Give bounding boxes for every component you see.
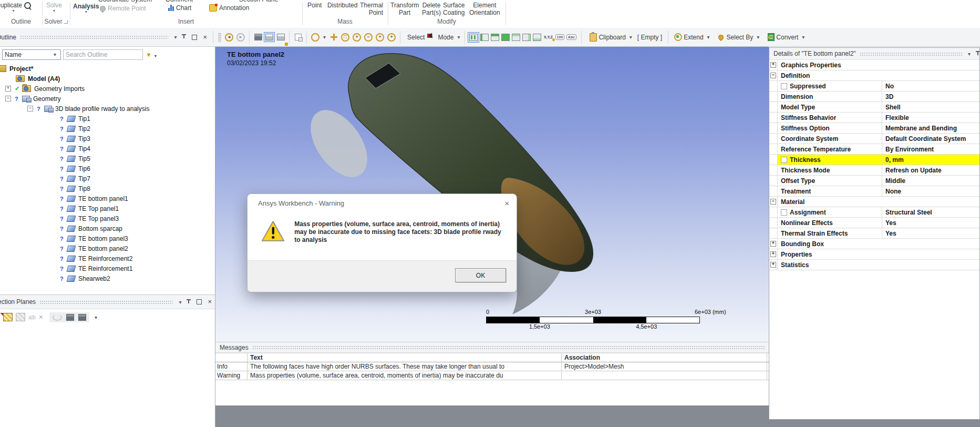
search-outline-input[interactable] <box>63 49 143 60</box>
details-row[interactable]: + Statistics <box>769 260 979 270</box>
tree-item[interactable]: ? Tip5 <box>0 154 215 164</box>
chevron-down-icon[interactable]: ▾ <box>757 34 759 40</box>
dialog-launcher-icon[interactable] <box>64 20 68 24</box>
close-icon[interactable]: × <box>208 299 212 305</box>
chevron-down-icon[interactable]: ▾ <box>802 34 804 40</box>
tree-item[interactable]: ? Bottom sparcap <box>0 223 215 233</box>
tree-item[interactable]: ? TE Reinforcement2 <box>0 253 215 263</box>
ribbon-cut-button[interactable]: Section Plane <box>239 0 278 4</box>
rotate-icon[interactable] <box>310 30 321 44</box>
tree-item[interactable]: ? TE Reinforcement1 <box>0 263 215 273</box>
filter-icon[interactable] <box>522 34 531 41</box>
category-expander[interactable]: − <box>770 199 776 205</box>
dialog-titlebar[interactable]: Ansys Workbench - Warning × <box>247 194 517 212</box>
body-filter-icon[interactable] <box>501 34 510 41</box>
tree-item[interactable]: ? Tip4 <box>0 144 215 154</box>
details-row[interactable]: Treatment None <box>769 186 979 197</box>
graphics-options-icon[interactable] <box>275 30 286 44</box>
expand-all-icon[interactable]: ▾ <box>147 51 150 58</box>
details-value[interactable]: No <box>882 81 979 91</box>
label-select-icon[interactable]: Abc <box>565 30 577 44</box>
shaded-exterior-edges-icon[interactable] <box>252 30 264 44</box>
new-section-plane-icon[interactable] <box>3 313 13 321</box>
convert-dropdown[interactable]: Convert <box>776 34 798 41</box>
details-value[interactable]: 0, mm <box>882 155 979 165</box>
ok-button[interactable]: OK <box>455 268 506 282</box>
maximize-icon[interactable] <box>197 299 202 304</box>
select-cursor-icon[interactable] <box>427 34 435 41</box>
solve-button[interactable]: Solve ▾ <box>46 2 62 13</box>
show-capping-faces-icon[interactable] <box>66 314 74 321</box>
zoom-fit-icon[interactable]: + <box>374 30 386 44</box>
toolbar-drag-handle[interactable] <box>218 33 221 42</box>
maximize-icon[interactable] <box>192 35 197 40</box>
zoom-out-icon[interactable]: − <box>363 30 374 44</box>
analysis-button[interactable]: Analysis ▾ <box>73 3 99 14</box>
details-row[interactable]: − Material <box>769 197 979 207</box>
tree-expander[interactable]: − <box>27 106 33 111</box>
tree-item[interactable]: − ? Geometry <box>0 94 215 104</box>
chart-button[interactable]: Chart <box>168 4 191 12</box>
details-row[interactable]: + Properties <box>769 249 979 260</box>
face-filter-icon[interactable] <box>491 34 499 41</box>
details-value[interactable]: Middle <box>882 176 979 186</box>
edit-section-plane-icon[interactable] <box>16 313 25 321</box>
details-row[interactable]: Suppressed No <box>769 81 979 92</box>
extend-dropdown[interactable]: Extend <box>684 34 703 41</box>
ribbon-cut-button[interactable]: Comment <box>166 0 193 4</box>
tree-item[interactable]: Project* <box>0 64 215 74</box>
convert-icon[interactable] <box>768 33 775 41</box>
details-row[interactable]: Thickness 0, mm <box>769 155 979 165</box>
select-by-icon[interactable] <box>717 33 725 40</box>
pan-icon[interactable] <box>328 30 339 44</box>
edge-filter-icon[interactable] <box>480 34 489 41</box>
details-value[interactable]: Default Coordinate System <box>882 134 979 144</box>
checkbox[interactable] <box>781 83 787 89</box>
tree-item[interactable]: Model (A4) <box>0 74 215 84</box>
clipboard-dropdown[interactable]: Clipboard <box>599 34 625 41</box>
annotation-button[interactable]: Annotation <box>209 4 249 12</box>
viewport-layout-icon[interactable] <box>292 30 304 44</box>
details-value[interactable]: Refresh on Update <box>882 165 979 175</box>
tree-item[interactable]: ? Tip3 <box>0 134 215 144</box>
details-value[interactable]: Yes <box>882 228 979 238</box>
tree-item[interactable]: ? TE Top panel3 <box>0 214 215 223</box>
chevron-down-icon[interactable]: ▾ <box>968 51 971 57</box>
details-value[interactable]: None <box>882 186 979 196</box>
details-row[interactable]: + Bounding Box <box>769 239 979 249</box>
pin-icon[interactable] <box>186 299 191 305</box>
category-expander[interactable]: + <box>770 251 776 257</box>
category-expander[interactable]: − <box>770 73 776 78</box>
tree-item[interactable]: ? TE bottom panel2 <box>0 243 215 253</box>
close-icon[interactable]: × <box>504 199 509 208</box>
show-whole-elements-icon[interactable] <box>53 314 62 321</box>
tree-item[interactable]: ? Tip8 <box>0 184 215 194</box>
chevron-down-icon[interactable]: ▾ <box>95 314 97 320</box>
details-value[interactable]: Shell <box>882 102 979 112</box>
tree-item[interactable]: ? TE bottom panel1 <box>0 194 215 204</box>
message-row[interactable]: Info The following faces have high order… <box>215 362 769 371</box>
go-back-button[interactable]: ◂ <box>223 30 235 44</box>
details-value[interactable]: Structural Steel <box>882 207 979 217</box>
details-row[interactable]: Offset Type Middle <box>769 176 979 186</box>
select-by-dropdown[interactable]: Select By <box>727 34 754 41</box>
details-value[interactable]: 3D <box>882 92 979 101</box>
delete-section-plane-icon[interactable]: × <box>39 313 43 321</box>
delete-parts-button[interactable]: Delete Part(s) <box>422 2 441 16</box>
message-row[interactable]: Warning Mass properties (volume, surface… <box>215 371 769 380</box>
details-row[interactable]: Nonlinear Effects Yes <box>769 218 979 228</box>
magnifier-icon[interactable]: + <box>386 30 397 44</box>
chevron-down-icon[interactable]: ▾ <box>457 34 460 40</box>
details-row[interactable]: Thermal Strain Effects Yes <box>769 228 979 239</box>
tree-item[interactable]: ? Tip6 <box>0 164 215 174</box>
go-forward-button[interactable]: ▸ <box>235 30 246 44</box>
coordinate-select-icon[interactable]: X,Y,Z <box>542 30 554 44</box>
category-expander[interactable]: + <box>770 62 776 68</box>
show-capped-body-icon[interactable] <box>78 314 86 321</box>
details-value[interactable]: Membrane and Bending <box>882 123 979 133</box>
pin-icon[interactable] <box>181 34 187 40</box>
col-association[interactable]: Association <box>562 353 767 362</box>
tree-item[interactable]: ? TE Top panel1 <box>0 204 215 214</box>
category-expander[interactable]: + <box>770 262 776 268</box>
vertex-filter-icon[interactable] <box>468 32 479 43</box>
